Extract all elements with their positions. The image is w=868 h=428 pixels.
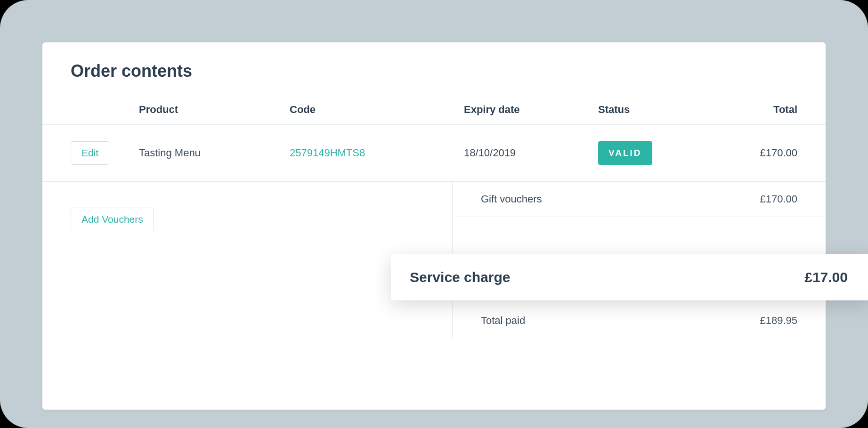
card-title: Order contents bbox=[42, 61, 826, 95]
summary-label-gift-vouchers: Gift vouchers bbox=[481, 193, 542, 205]
service-charge-value: £17.00 bbox=[804, 269, 848, 285]
summary-label-total-paid: Total paid bbox=[481, 315, 525, 327]
service-charge-label: Service charge bbox=[410, 269, 510, 285]
cell-product: Tasting Menu bbox=[139, 147, 290, 159]
summary-row-gift-vouchers: Gift vouchers £170.00 bbox=[453, 182, 826, 217]
col-header-code: Code bbox=[290, 104, 464, 116]
status-badge: VALID bbox=[598, 141, 652, 165]
outer-container: Order contents Product Code Expiry date … bbox=[0, 0, 868, 428]
voucher-code-link[interactable]: 2579149HMTS8 bbox=[290, 147, 365, 159]
order-card: Order contents Product Code Expiry date … bbox=[42, 42, 826, 410]
col-header-expiry: Expiry date bbox=[464, 104, 598, 116]
table-header-row: Product Code Expiry date Status Total bbox=[42, 95, 826, 125]
summary-row-total-paid: Total paid £189.95 bbox=[453, 303, 826, 338]
add-vouchers-button[interactable]: Add Vouchers bbox=[71, 208, 154, 231]
order-table: Product Code Expiry date Status Total Ed… bbox=[42, 95, 826, 338]
summary-value-gift-vouchers: £170.00 bbox=[760, 193, 797, 205]
service-charge-callout: Service charge £17.00 bbox=[391, 254, 868, 300]
col-header-product: Product bbox=[139, 104, 290, 116]
edit-button[interactable]: Edit bbox=[71, 141, 109, 165]
summary-value-total-paid: £189.95 bbox=[760, 315, 797, 327]
col-header-status: Status bbox=[598, 104, 735, 116]
cell-total: £170.00 bbox=[735, 147, 797, 159]
cell-expiry: 18/10/2019 bbox=[464, 147, 598, 159]
table-row: Edit Tasting Menu 2579149HMTS8 18/10/201… bbox=[42, 125, 826, 182]
col-header-total: Total bbox=[735, 104, 797, 116]
